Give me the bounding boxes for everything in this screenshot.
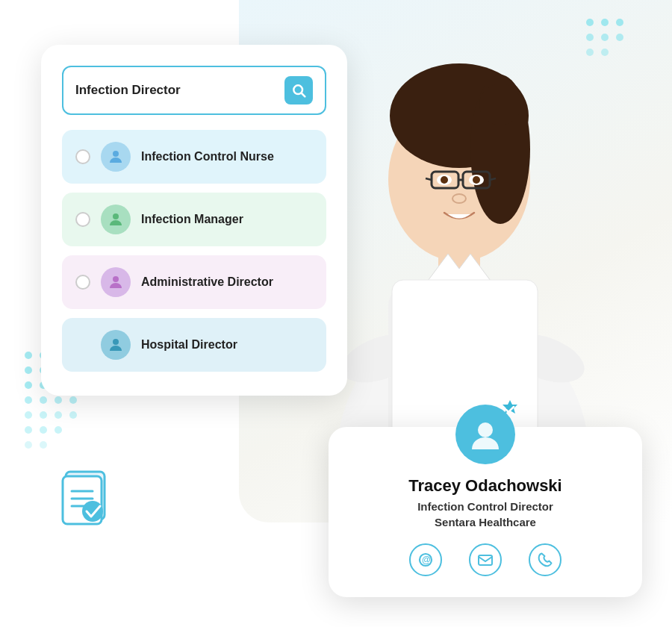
profile-company: Sentara Healthcare <box>355 516 615 528</box>
list-item-administrative-director[interactable]: Administrative Director <box>62 255 326 309</box>
svg-point-0 <box>25 352 32 359</box>
svg-point-50 <box>441 176 448 184</box>
svg-point-20 <box>25 426 32 434</box>
avatar-administrative-director <box>101 267 131 297</box>
list-item-infection-control-nurse[interactable]: Infection Control Nurse <box>62 130 326 184</box>
document-icon <box>60 470 112 530</box>
mail-button[interactable] <box>469 543 502 576</box>
email-button[interactable]: @ <box>409 543 442 576</box>
svg-point-4 <box>25 366 32 374</box>
svg-point-16 <box>25 411 32 419</box>
label-infection-control-nurse: Infection Control Nurse <box>141 150 274 163</box>
svg-point-52 <box>473 176 480 184</box>
avatar-hospital-director <box>101 330 131 360</box>
svg-point-67 <box>478 422 493 437</box>
profile-avatar-wrapper <box>455 405 515 464</box>
svg-point-58 <box>113 213 119 219</box>
profile-card: Tracey Odachowski Infection Control Dire… <box>329 427 642 597</box>
verified-badge <box>499 399 521 421</box>
svg-point-18 <box>55 411 62 419</box>
label-hospital-director: Hospital Director <box>141 338 237 352</box>
list-item-infection-manager[interactable]: Infection Manager <box>62 193 326 246</box>
search-input[interactable] <box>75 83 284 98</box>
svg-point-24 <box>40 441 47 449</box>
label-administrative-director: Administrative Director <box>141 275 273 289</box>
avatar-infection-manager <box>101 205 131 234</box>
profile-name: Tracey Odachowski <box>355 476 615 496</box>
svg-point-22 <box>55 426 62 434</box>
svg-rect-70 <box>479 555 492 565</box>
search-card: Infection Control Nurse Infection Manage… <box>41 45 347 396</box>
avatar-infection-control-nurse <box>101 142 131 172</box>
list-item-hospital-director[interactable]: Hospital Director <box>62 318 326 372</box>
main-scene: Infection Control Nurse Infection Manage… <box>0 0 672 627</box>
label-infection-manager: Infection Manager <box>141 213 243 226</box>
profile-contact-icons: @ <box>355 543 615 576</box>
svg-point-21 <box>40 426 47 434</box>
radio-infection-control-nurse[interactable] <box>75 149 90 164</box>
radio-administrative-director[interactable] <box>75 275 90 290</box>
search-box <box>62 66 326 115</box>
svg-point-17 <box>40 411 47 419</box>
svg-point-43 <box>479 84 521 125</box>
svg-point-19 <box>69 411 77 419</box>
svg-point-12 <box>25 396 32 404</box>
search-button[interactable] <box>284 76 313 104</box>
svg-point-8 <box>25 381 32 389</box>
svg-point-13 <box>40 396 47 404</box>
profile-title: Infection Control Director <box>355 500 615 513</box>
svg-point-57 <box>113 151 119 157</box>
svg-point-23 <box>25 441 32 449</box>
svg-text:@: @ <box>422 555 431 565</box>
svg-point-60 <box>113 339 119 345</box>
radio-infection-manager[interactable] <box>75 212 90 227</box>
svg-point-66 <box>82 501 103 522</box>
svg-point-14 <box>55 396 62 404</box>
svg-point-59 <box>113 276 119 282</box>
phone-button[interactable] <box>529 543 561 576</box>
svg-point-15 <box>69 396 77 404</box>
svg-line-56 <box>302 93 305 97</box>
